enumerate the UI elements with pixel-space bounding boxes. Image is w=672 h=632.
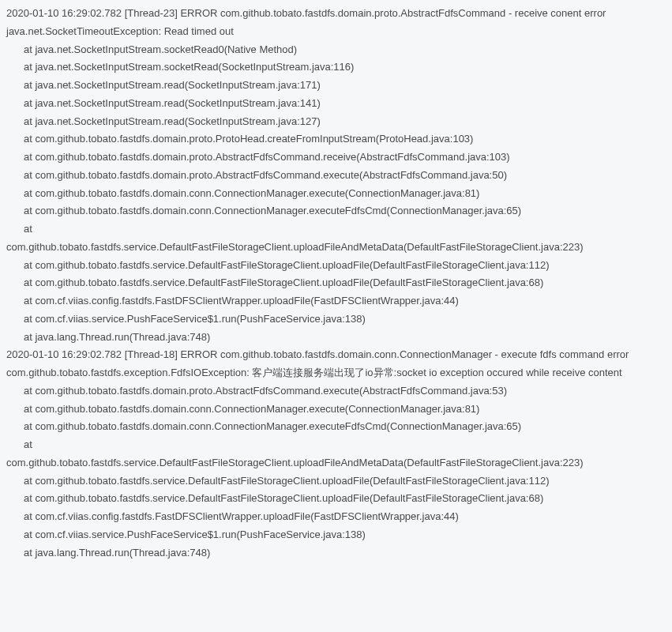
stack-trace-group: at com.github.tobato.fastdfs.service.Def… <box>6 257 666 347</box>
stack-trace-group: at java.net.SocketInputStream.socketRead… <box>6 41 666 221</box>
stack-frame: at com.github.tobato.fastdfs.domain.prot… <box>6 382 666 401</box>
exception-line: com.github.tobato.fastdfs.exception.Fdfs… <box>6 364 666 382</box>
log-entry-2: 2020-01-10 16:29:02.782 [Thread-18] ERRO… <box>6 346 666 562</box>
stack-frame: at com.github.tobato.fastdfs.domain.conn… <box>6 401 666 419</box>
stack-frame: at java.lang.Thread.run(Thread.java:748) <box>6 544 666 562</box>
stack-frame: at com.github.tobato.fastdfs.domain.conn… <box>6 202 666 220</box>
log-header: 2020-01-10 16:29:02.782 [Thread-23] ERRO… <box>6 5 666 23</box>
stack-frame: at com.github.tobato.fastdfs.service.Def… <box>6 257 666 275</box>
stack-frame: at com.github.tobato.fastdfs.domain.prot… <box>6 167 666 185</box>
stack-frame-wrapped: com.github.tobato.fastdfs.service.Defaul… <box>6 454 666 472</box>
log-header: 2020-01-10 16:29:02.782 [Thread-18] ERRO… <box>6 346 666 364</box>
stack-frame: at java.net.SocketInputStream.read(Socke… <box>6 113 666 131</box>
stack-frame: at com.github.tobato.fastdfs.service.Def… <box>6 274 666 292</box>
stack-frame: at com.github.tobato.fastdfs.domain.conn… <box>6 185 666 203</box>
stack-frame: at com.github.tobato.fastdfs.domain.prot… <box>6 130 666 149</box>
stack-trace-group: at com.github.tobato.fastdfs.service.Def… <box>6 472 666 562</box>
exception-line: java.net.SocketTimeoutException: Read ti… <box>6 23 666 41</box>
stack-frame-wrapped: com.github.tobato.fastdfs.service.Defaul… <box>6 239 666 257</box>
stack-frame: at java.net.SocketInputStream.socketRead… <box>6 58 666 77</box>
stack-frame: at com.github.tobato.fastdfs.service.Def… <box>6 490 666 508</box>
stack-frame: at java.net.SocketInputStream.read(Socke… <box>6 77 666 95</box>
stack-frame: at com.github.tobato.fastdfs.domain.prot… <box>6 149 666 167</box>
stack-frame: at com.github.tobato.fastdfs.domain.conn… <box>6 418 666 436</box>
stack-frame: at com.cf.viias.config.fastdfs.FastDFSCl… <box>6 508 666 526</box>
stack-frame: at java.lang.Thread.run(Thread.java:748) <box>6 329 666 347</box>
stack-frame: at com.cf.viias.service.PushFaceService$… <box>6 526 666 544</box>
log-entry-1: 2020-01-10 16:29:02.782 [Thread-23] ERRO… <box>6 5 666 346</box>
stack-frame: at com.github.tobato.fastdfs.service.Def… <box>6 472 666 491</box>
stack-frame: at com.cf.viias.config.fastdfs.FastDFSCl… <box>6 292 666 310</box>
stack-frame: at java.net.SocketInputStream.socketRead… <box>6 41 666 59</box>
stack-frame-at: at <box>6 436 666 454</box>
stack-frame-at: at <box>6 220 666 239</box>
stack-frame: at java.net.SocketInputStream.read(Socke… <box>6 95 666 113</box>
stack-frame: at com.cf.viias.service.PushFaceService$… <box>6 310 666 329</box>
stack-trace-group: at com.github.tobato.fastdfs.domain.prot… <box>6 382 666 436</box>
